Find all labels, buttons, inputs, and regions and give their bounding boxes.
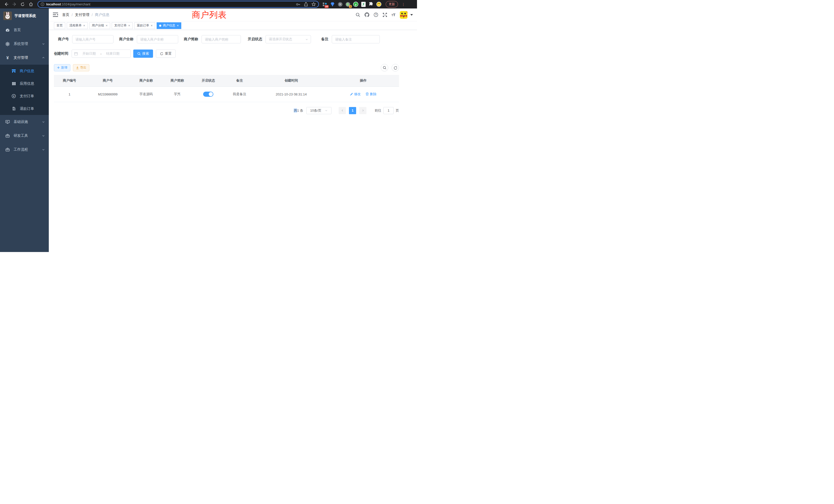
- merchant-table: 商户编号 商户号 商户全称 商户简称 开启状态 备注 创建时间 操作 1 M23…: [54, 75, 399, 102]
- caret-down-icon[interactable]: [410, 14, 413, 16]
- merchant-no-input[interactable]: [72, 35, 113, 43]
- github-icon[interactable]: [365, 13, 369, 17]
- tab-merchant-info[interactable]: 商户信息 ×: [157, 22, 181, 29]
- remark-input[interactable]: [332, 35, 380, 43]
- browser-reload-button[interactable]: [19, 1, 26, 8]
- toggle-search-button[interactable]: [381, 64, 388, 71]
- extension-timer-icon[interactable]: 1: [345, 2, 351, 7]
- breadcrumb-pay[interactable]: 支付管理: [75, 13, 89, 17]
- filter-row-1: 商户号 商户全称 商户简称 开启状态 请选择开启状态 备注: [54, 35, 399, 43]
- refresh-button[interactable]: [392, 64, 399, 71]
- sidebar-item-app-info[interactable]: 应用信息: [0, 77, 49, 90]
- sidebar-item-workflow[interactable]: 工作流程: [0, 143, 49, 157]
- goto-page-input[interactable]: [383, 107, 394, 114]
- reset-button-label: 重置: [165, 51, 172, 56]
- share-icon[interactable]: [304, 2, 308, 6]
- bookmark-star-icon[interactable]: [311, 2, 316, 6]
- hamburger-icon[interactable]: [53, 13, 58, 17]
- search-button[interactable]: 搜索: [133, 49, 153, 58]
- tab-user-group[interactable]: 用户分组 ×: [89, 22, 110, 29]
- extension-badge: 1: [349, 5, 352, 8]
- svg-text:?: ?: [375, 13, 377, 16]
- date-separator: -: [101, 52, 102, 56]
- tab-label: 支付订单: [114, 23, 127, 28]
- short-name-input[interactable]: [202, 35, 241, 43]
- user-avatar[interactable]: [400, 11, 408, 19]
- status-select[interactable]: 请选择开启状态: [265, 35, 311, 43]
- tags-view-bar: 首页 流程表单 × 用户分组 × 支付订单 × 退款订单 × 商户信息 ×: [49, 21, 417, 30]
- extensions-puzzle-icon[interactable]: [368, 2, 374, 7]
- sidebar-item-pay[interactable]: ¥ 支付管理: [0, 51, 49, 65]
- browser-menu-icon[interactable]: ⋮: [401, 2, 405, 6]
- edit-link[interactable]: 修改: [350, 92, 361, 96]
- extension-y-icon[interactable]: y: [353, 2, 358, 7]
- reset-button[interactable]: 重置: [156, 49, 176, 58]
- app-logo[interactable]: 芋道管理系统: [0, 8, 49, 23]
- toolbox-icon: [5, 134, 10, 138]
- sidebar-item-infra[interactable]: 基础设施: [0, 115, 49, 129]
- full-name-input[interactable]: [137, 35, 178, 43]
- page-size-select[interactable]: 10条/页: [306, 107, 331, 114]
- profile-avatar-icon[interactable]: [376, 2, 381, 7]
- close-icon[interactable]: ×: [177, 24, 179, 27]
- site-info-icon[interactable]: [41, 2, 44, 6]
- extension-gem-icon[interactable]: [330, 2, 335, 7]
- breadcrumb-home[interactable]: 首页: [62, 13, 69, 17]
- yen-icon: ¥: [5, 56, 10, 60]
- tab-process-form[interactable]: 流程表单 ×: [67, 22, 88, 29]
- total-prefix: 共: [294, 109, 297, 112]
- tab-label: 退款订单: [137, 23, 149, 28]
- extension-command-icon[interactable]: ⌘: [337, 2, 343, 7]
- sidebar-item-pay-order[interactable]: ¥ 支付订单: [0, 90, 49, 102]
- url-path: :1024/pay/merchant: [61, 2, 90, 6]
- col-full-name: 商户全称: [130, 75, 161, 87]
- date-range-picker[interactable]: 开始日期 - 结束日期: [72, 49, 131, 58]
- browser-forward-button[interactable]: [11, 1, 18, 8]
- monitor-icon: [5, 120, 10, 124]
- sidebar-item-system[interactable]: 系统管理: [0, 37, 49, 51]
- status-toggle[interactable]: [203, 92, 213, 97]
- help-icon[interactable]: ?: [374, 13, 378, 17]
- extension-green-app-icon[interactable]: [360, 2, 366, 7]
- close-icon[interactable]: ×: [151, 24, 153, 27]
- tab-refund-order[interactable]: 退款订单 ×: [134, 22, 155, 29]
- next-page-button[interactable]: [359, 107, 367, 114]
- browser-back-button[interactable]: [3, 1, 9, 8]
- total-count: 共1 条: [294, 108, 303, 113]
- col-merchant-id: 商户编号: [54, 75, 85, 87]
- dashboard-icon: [5, 28, 10, 32]
- sidebar-item-home[interactable]: 首页: [0, 23, 49, 37]
- font-size-icon[interactable]: TT: [392, 13, 395, 17]
- url-bar[interactable]: localhost:1024/pay/merchant: [38, 1, 319, 8]
- password-key-icon[interactable]: [296, 3, 301, 6]
- table-row: 1 M233666999 芋道源码 芋艿 我是备注 2021-10-23 08:…: [54, 87, 399, 102]
- browser-home-button[interactable]: [27, 1, 34, 8]
- close-icon[interactable]: ×: [106, 24, 108, 27]
- current-page-button[interactable]: 1: [349, 107, 356, 114]
- extension-grid-icon[interactable]: 10: [322, 2, 328, 7]
- sidebar-item-dev-tools[interactable]: 研发工具: [0, 129, 49, 143]
- browser-update-button[interactable]: 更新: [386, 1, 398, 7]
- delete-link[interactable]: 删除: [366, 92, 376, 96]
- status-label: 开启状态: [248, 37, 262, 42]
- tab-pay-order[interactable]: 支付订单 ×: [112, 22, 133, 29]
- tab-home[interactable]: 首页: [54, 22, 65, 29]
- fullscreen-icon[interactable]: [382, 13, 387, 17]
- extensions-row: 10 ⌘ 1 y 更新 ⋮: [322, 1, 405, 7]
- page-content: 商户号 商户全称 商户简称 开启状态 请选择开启状态 备注: [49, 30, 417, 252]
- short-name-label: 商户简称: [184, 37, 198, 42]
- add-button[interactable]: 新增: [54, 64, 70, 71]
- page-unit-label: 页: [396, 108, 399, 113]
- col-remark: 备注: [224, 75, 255, 87]
- header-search-icon[interactable]: [356, 13, 360, 17]
- prev-page-button[interactable]: [339, 107, 346, 114]
- export-button[interactable]: 导出: [73, 64, 89, 71]
- close-icon[interactable]: ×: [128, 24, 130, 27]
- sidebar-item-refund-order[interactable]: 退款订单: [0, 102, 49, 115]
- chevron-down-icon: [42, 42, 45, 45]
- total-suffix: 条: [300, 109, 303, 112]
- sidebar-item-label: 系统管理: [14, 42, 28, 46]
- shop-icon: [12, 69, 16, 73]
- close-icon[interactable]: ×: [83, 24, 85, 27]
- sidebar-item-merchant-info[interactable]: 商户信息: [0, 65, 49, 77]
